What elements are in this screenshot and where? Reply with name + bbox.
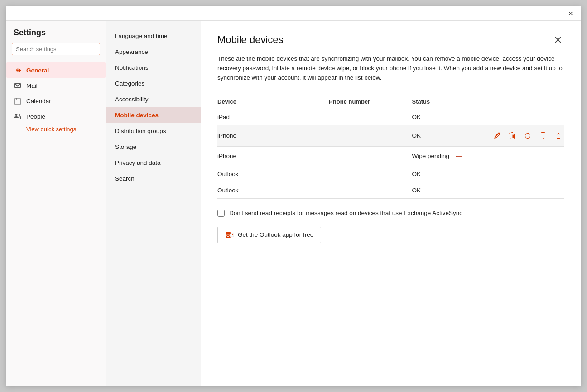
nav-people-label: People bbox=[26, 113, 45, 120]
actions-cell bbox=[491, 125, 564, 146]
status-cell: OK bbox=[412, 166, 491, 182]
middle-label-language: Language and time bbox=[115, 33, 168, 39]
edit-device-button[interactable] bbox=[491, 130, 503, 142]
titlebar: ✕ bbox=[6, 6, 581, 21]
phone-cell bbox=[329, 125, 412, 146]
actions-cell bbox=[491, 146, 564, 166]
table-row: iPhoneOK bbox=[217, 125, 564, 146]
actions-cell bbox=[491, 182, 564, 198]
middle-item-language[interactable]: Language and time bbox=[106, 28, 201, 44]
middle-label-notifications: Notifications bbox=[115, 64, 149, 71]
middle-label-appearance: Appearance bbox=[115, 48, 148, 55]
status-cell: OK bbox=[412, 125, 491, 146]
col-device: Device bbox=[217, 96, 329, 109]
phone-cell bbox=[329, 109, 412, 125]
block-device-button[interactable] bbox=[537, 130, 549, 142]
middle-label-mobile-devices: Mobile devices bbox=[115, 112, 159, 119]
middle-item-categories[interactable]: Categories bbox=[106, 76, 201, 91]
wipe-pending-text: Wipe pending bbox=[412, 153, 449, 159]
view-quick-settings-link[interactable]: View quick settings bbox=[6, 124, 106, 136]
delete-device-button[interactable] bbox=[506, 130, 518, 142]
middle-item-notifications[interactable]: Notifications bbox=[106, 60, 201, 76]
panel-description: These are the mobile devices that are sy… bbox=[217, 54, 564, 83]
outlook-button-label: Get the Outlook app for free bbox=[238, 231, 313, 238]
svg-rect-0 bbox=[14, 99, 21, 104]
middle-item-privacy[interactable]: Privacy and data bbox=[106, 155, 201, 171]
middle-label-distribution: Distribution groups bbox=[115, 128, 166, 134]
nav-general-label: General bbox=[26, 67, 49, 74]
status-cell: OK bbox=[412, 182, 491, 198]
device-cell: Outlook bbox=[217, 182, 329, 198]
middle-label-privacy: Privacy and data bbox=[115, 159, 161, 166]
search-box-wrap bbox=[6, 43, 106, 62]
wipe-arrow-icon: ← bbox=[454, 151, 464, 161]
col-status: Status bbox=[412, 96, 491, 109]
middle-item-search[interactable]: Search bbox=[106, 171, 201, 186]
middle-item-storage[interactable]: Storage bbox=[106, 139, 201, 155]
middle-label-categories: Categories bbox=[115, 80, 144, 87]
table-row: OutlookOK bbox=[217, 182, 564, 198]
nav-mail-label: Mail bbox=[26, 82, 38, 89]
outlook-logo-icon: O bbox=[225, 230, 234, 239]
search-settings-input[interactable] bbox=[12, 43, 100, 55]
middle-item-appearance[interactable]: Appearance bbox=[106, 44, 201, 60]
phone-cell bbox=[329, 146, 412, 166]
status-cell: Wipe pending← bbox=[412, 146, 491, 166]
wipe-pending-wrap: Wipe pending← bbox=[412, 151, 491, 161]
table-row: OutlookOK bbox=[217, 166, 564, 182]
device-cell: iPhone bbox=[217, 125, 329, 146]
status-cell: OK bbox=[412, 109, 491, 125]
middle-label-accessibility: Accessibility bbox=[115, 96, 149, 103]
nav-item-calendar[interactable]: Calendar bbox=[6, 93, 106, 109]
svg-text:O: O bbox=[226, 233, 230, 238]
middle-item-accessibility[interactable]: Accessibility bbox=[106, 91, 201, 107]
device-cell: Outlook bbox=[217, 166, 329, 182]
actions-cell bbox=[491, 109, 564, 125]
middle-item-distribution[interactable]: Distribution groups bbox=[106, 123, 201, 139]
nav-section: General Mail Calendar bbox=[6, 62, 106, 136]
middle-col: Language and time Appearance Notificatio… bbox=[106, 21, 201, 386]
no-read-receipts-checkbox[interactable] bbox=[217, 210, 225, 217]
middle-label-storage: Storage bbox=[115, 143, 136, 150]
actions-cell bbox=[491, 166, 564, 182]
phone-cell bbox=[329, 166, 412, 182]
wipe-device-button[interactable] bbox=[553, 130, 564, 142]
settings-window: ✕ Settings General Mail bbox=[6, 6, 581, 386]
right-panel: Mobile devices These are the mobile devi… bbox=[201, 21, 581, 386]
people-icon bbox=[14, 112, 22, 120]
panel-header: Mobile devices bbox=[217, 33, 564, 46]
calendar-icon bbox=[14, 97, 22, 105]
panel-close-button[interactable] bbox=[552, 33, 564, 46]
device-cell: iPhone bbox=[217, 146, 329, 166]
no-read-receipts-label[interactable]: Don't send read receipts for messages re… bbox=[229, 210, 462, 216]
middle-item-mobile-devices[interactable]: Mobile devices bbox=[106, 107, 201, 123]
middle-label-search: Search bbox=[115, 175, 135, 182]
panel-title: Mobile devices bbox=[217, 34, 284, 46]
table-row: iPadOK bbox=[217, 109, 564, 125]
gear-icon bbox=[14, 66, 22, 74]
mail-icon bbox=[14, 81, 22, 90]
refresh-device-button[interactable] bbox=[522, 130, 534, 142]
table-row: iPhoneWipe pending← bbox=[217, 146, 564, 166]
nav-item-people[interactable]: People bbox=[6, 109, 106, 124]
phone-cell bbox=[329, 182, 412, 198]
row-actions bbox=[491, 130, 564, 142]
col-phone: Phone number bbox=[329, 96, 412, 109]
nav-calendar-label: Calendar bbox=[26, 98, 51, 105]
app-title: Settings bbox=[6, 28, 106, 43]
main-layout: Settings General Mail bbox=[6, 21, 581, 386]
col-actions bbox=[491, 96, 564, 109]
nav-item-general[interactable]: General bbox=[6, 62, 106, 78]
nav-item-mail[interactable]: Mail bbox=[6, 78, 106, 93]
device-cell: iPad bbox=[217, 109, 329, 125]
window-close-button[interactable]: ✕ bbox=[564, 7, 577, 20]
devices-table: Device Phone number Status iPadOKiPhoneO… bbox=[217, 96, 564, 199]
left-nav: Settings General Mail bbox=[6, 21, 106, 386]
get-outlook-button[interactable]: O Get the Outlook app for free bbox=[217, 227, 321, 243]
checkbox-row: Don't send read receipts for messages re… bbox=[217, 210, 564, 217]
